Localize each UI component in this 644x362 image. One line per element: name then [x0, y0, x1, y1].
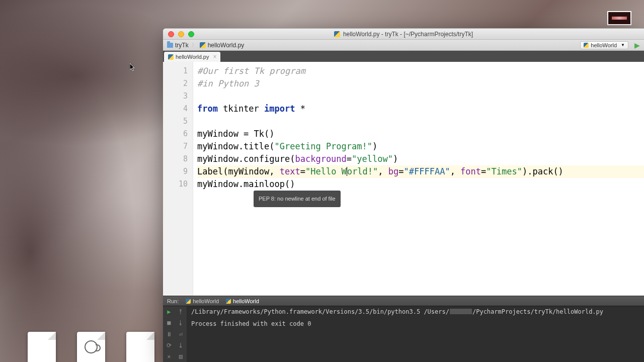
dropdown-triangle-icon: ▼	[621, 43, 625, 47]
python-file-icon	[200, 42, 206, 48]
python-file-icon	[226, 299, 231, 304]
window-titlebar[interactable]: helloWorld.py - tryTk - [~/PycharmProjec…	[163, 29, 644, 40]
console-line: /Library/Frameworks/Python.framework/Ver…	[191, 308, 603, 315]
breadcrumb-project-label: tryTk	[175, 42, 189, 49]
editor-tab-label: helloWorld.py	[176, 54, 209, 60]
run-tool-window-header[interactable]: Run: helloWorld helloWorld	[163, 296, 644, 306]
up-button[interactable]: ⭱	[175, 306, 187, 317]
code-editor[interactable]: 1 2 3 4 5 6 7 8 9 10 #Our first Tk progr…	[163, 62, 644, 296]
tooltip-text: PEP 8: no newline at end of file	[259, 196, 336, 202]
run-toolbar: ▶ ⭱ ■ ⭳ ⏸ ⏎ ⟳ ⤓ ✕ ▤	[163, 306, 187, 362]
python-file-icon	[168, 54, 174, 60]
close-button[interactable]: ✕	[163, 351, 175, 362]
rerun-button[interactable]: ▶	[163, 306, 175, 317]
editor-tabs: helloWorld.py ×	[163, 51, 644, 62]
breadcrumb-project[interactable]: tryTk	[167, 42, 189, 49]
editor-tab[interactable]: helloWorld.py ×	[164, 52, 220, 62]
run-configuration-selector[interactable]: helloWorld ▼	[580, 41, 628, 49]
coffee-cup-icon	[85, 340, 98, 353]
console-line: Process finished with exit code 0	[191, 320, 603, 327]
navigation-bar: tryTk 〉 helloWorld.py helloWorld ▼ ▶	[163, 40, 644, 51]
stop-button[interactable]: ■	[163, 317, 175, 328]
breadcrumb-file[interactable]: helloWorld.py	[200, 42, 244, 49]
python-file-icon	[334, 31, 340, 37]
window-controls	[163, 31, 194, 37]
minimize-window-button[interactable]	[178, 31, 184, 37]
inspection-tooltip: PEP 8: no newline at end of file	[254, 191, 341, 207]
run-button[interactable]: ▶	[634, 41, 640, 49]
breadcrumb-file-label: helloWorld.py	[208, 42, 244, 49]
window-title: helloWorld.py - tryTk - [~/PycharmProjec…	[163, 31, 644, 38]
window-title-text: helloWorld.py - tryTk - [~/PycharmProjec…	[343, 31, 473, 38]
close-tab-icon[interactable]: ×	[213, 53, 216, 60]
code-area[interactable]: #Our first Tk program #in Python 3 from …	[193, 62, 644, 296]
console-output[interactable]: /Library/Frameworks/Python.framework/Ver…	[187, 306, 607, 362]
close-window-button[interactable]	[168, 31, 174, 37]
redacted-username	[450, 309, 472, 314]
maximize-window-button[interactable]	[188, 31, 194, 37]
restart-button[interactable]: ⟳	[163, 340, 175, 351]
run-tab[interactable]: helloWorld	[186, 298, 219, 304]
run-config-label: helloWorld	[591, 42, 617, 48]
line-number-gutter: 1 2 3 4 5 6 7 8 9 10	[163, 62, 193, 296]
scroll-button[interactable]: ⤓	[175, 340, 187, 351]
picture-in-picture-thumbnail[interactable]	[607, 11, 631, 25]
python-file-icon	[186, 299, 191, 304]
run-label: Run:	[167, 298, 179, 304]
folder-icon	[167, 43, 173, 48]
ide-window: helloWorld.py - tryTk - [~/PycharmProjec…	[163, 28, 644, 362]
chevron-right-icon: 〉	[192, 42, 197, 49]
file-icon[interactable]	[126, 332, 154, 362]
java-file-icon[interactable]	[77, 332, 105, 362]
soft-wrap-button[interactable]: ⏎	[175, 328, 187, 339]
pause-button[interactable]: ⏸	[163, 328, 175, 339]
python-file-icon	[584, 43, 589, 48]
desktop-files	[28, 332, 154, 362]
file-icon[interactable]	[28, 332, 56, 362]
down-button[interactable]: ⭳	[175, 317, 187, 328]
print-button[interactable]: ▤	[175, 351, 187, 362]
run-tab-active[interactable]: helloWorld	[226, 298, 259, 304]
run-tool-window: ▶ ⭱ ■ ⭳ ⏸ ⏎ ⟳ ⤓ ✕ ▤ /Library/Frameworks/…	[163, 306, 644, 362]
